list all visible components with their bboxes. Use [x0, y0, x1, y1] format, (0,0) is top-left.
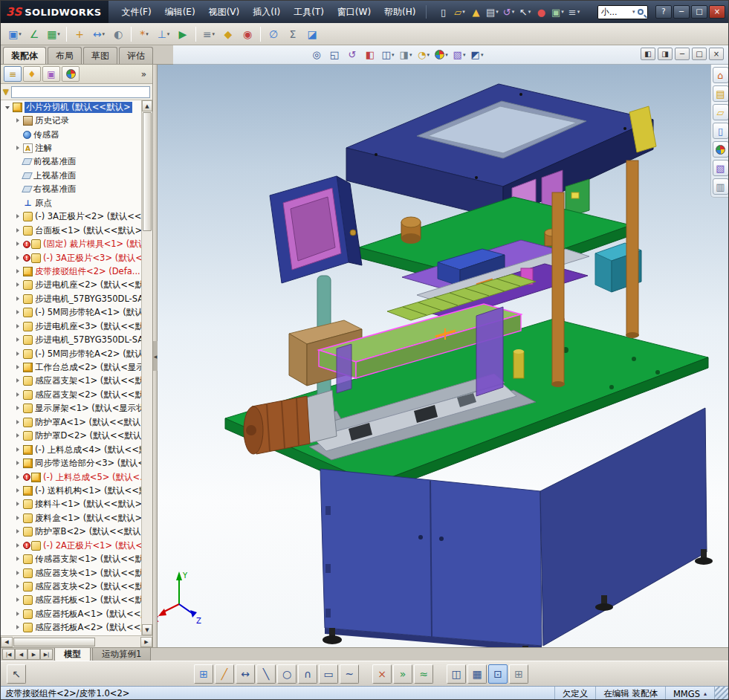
reference-geometry-button[interactable]: ⊥▾ — [154, 25, 173, 43]
monitor-group[interactable] — [270, 176, 362, 283]
expand-arrow-icon[interactable] — [14, 350, 22, 358]
tree-item[interactable]: !(固定) 裁片模具<1> (默认... — [1, 237, 141, 250]
tree-item[interactable]: 传感器支架<1> (默认<<默... — [1, 552, 141, 565]
expand-arrow-icon[interactable] — [14, 363, 22, 372]
expand-arrow-icon[interactable] — [14, 583, 22, 591]
section-view-button[interactable]: ◧ — [362, 48, 378, 62]
tree-item[interactable]: 防护罩A<1> (默认<<默认>... — [1, 415, 141, 429]
tree-item[interactable]: 右视基准面 — [1, 183, 141, 196]
options-button[interactable]: ▣▾ — [549, 4, 566, 20]
print-button[interactable]: ▤▾ — [484, 4, 500, 20]
restore-document-button[interactable]: □ — [692, 48, 707, 60]
expand-arrow-icon[interactable] — [4, 103, 12, 111]
solidworks-resources-tab[interactable]: ⌂ — [713, 67, 729, 83]
display-manager-tab[interactable] — [62, 66, 80, 82]
tab-nav-button-0[interactable]: |◀ — [2, 649, 15, 660]
select-button[interactable]: ↖▾ — [516, 4, 533, 20]
tree-item[interactable]: 历史记录 — [1, 114, 141, 127]
close-button[interactable]: × — [709, 5, 725, 19]
spline-button[interactable]: ~ — [340, 664, 359, 684]
menu-item-1[interactable]: 编辑(E) — [158, 1, 202, 23]
normal-to-view-button[interactable]: ⊡ — [488, 664, 508, 684]
select-arrow-button[interactable]: ↖ — [7, 664, 26, 684]
smart-fasteners-button[interactable]: + — [70, 25, 89, 43]
tree-item[interactable]: 感应器支块<1> (默认<<默... — [1, 566, 141, 580]
tree-item[interactable]: 同步带送给部分<3> (默认<... — [1, 456, 141, 470]
expand-arrow-icon[interactable] — [14, 555, 22, 563]
tree-item[interactable]: 接料斗<1> (默认<<默认>... — [1, 498, 141, 511]
tree-item[interactable]: (-) 5M同步带轮A<2> (默认<... — [1, 347, 141, 360]
linear-component-pattern-button[interactable]: ▦▾ — [44, 25, 63, 43]
apply-scene-button[interactable]: ▧▾ — [451, 48, 467, 62]
new-document-button[interactable]: ▯ — [435, 4, 451, 20]
tab-nav-button-2[interactable]: ▶ — [27, 649, 40, 660]
expand-arrow-icon[interactable] — [14, 610, 22, 618]
tree-item[interactable]: 皮带接驳组件<2> (Defa... — [1, 265, 141, 278]
expand-arrow-icon[interactable] — [14, 500, 22, 508]
rectangle-button[interactable]: ▭ — [319, 664, 338, 684]
expand-arrow-icon[interactable] — [14, 542, 22, 550]
design-library-tab[interactable]: ▤ — [713, 85, 729, 102]
expand-arrow-icon[interactable] — [14, 514, 22, 522]
expand-arrow-icon[interactable] — [14, 487, 22, 495]
tree-item[interactable]: (-) 上料总成<4> (默认<<默... — [1, 443, 141, 456]
scrollbar-thumb[interactable] — [143, 112, 152, 231]
expand-arrow-icon[interactable] — [14, 281, 22, 289]
expand-arrow-icon[interactable] — [14, 446, 22, 454]
assembly-features-button[interactable]: *▾ — [135, 25, 154, 43]
open-document-button[interactable]: ▱▾ — [451, 4, 467, 20]
units-selector[interactable]: MMGS▴ — [665, 687, 714, 700]
zoom-to-fit-button[interactable]: ◎ — [308, 48, 325, 62]
expand-arrow-icon[interactable] — [14, 254, 22, 262]
section-properties-button[interactable]: ◪ — [302, 25, 322, 43]
restore-button[interactable]: □ — [691, 5, 707, 19]
arc-button[interactable]: ∩ — [298, 664, 317, 684]
smart-dimension-button[interactable]: ↔ — [236, 664, 255, 684]
expand-arrow-icon[interactable] — [14, 473, 22, 482]
tree-item[interactable]: 防护罩D<2> (默认<<默认>... — [1, 430, 141, 443]
expand-arrow-icon[interactable] — [14, 240, 22, 248]
sketch-button[interactable]: ╱ — [215, 664, 234, 684]
undo-button[interactable]: ↺▾ — [500, 4, 516, 20]
tab-装配体[interactable]: 装配体 — [3, 47, 46, 64]
scroll-down-icon[interactable]: ▼ — [142, 624, 152, 635]
view-palette-tab[interactable]: ▯ — [713, 123, 729, 139]
tree-item[interactable]: 感应器托板A<1> (默认<<默... — [1, 607, 141, 620]
measure-button[interactable]: ∅ — [264, 25, 283, 43]
tree-item[interactable]: 废料盒<1> (默认<<默认>... — [1, 511, 141, 525]
search-input[interactable] — [601, 7, 632, 17]
tree-item[interactable]: 感应器支架<1> (默认<<默... — [1, 375, 141, 388]
tree-item[interactable]: 步进电机_57BYG350DL-SASS... — [1, 333, 141, 346]
expand-arrow-icon[interactable] — [14, 336, 22, 344]
expand-arrow-icon[interactable] — [14, 623, 22, 632]
tree-item[interactable]: 显示屏架<1> (默认<显示状... — [1, 402, 141, 415]
display-style-button[interactable]: ◨▾ — [398, 48, 414, 62]
configuration-manager-tab[interactable]: ▣ — [42, 66, 60, 82]
assembly-model[interactable]: Y X Z — [158, 65, 729, 647]
tab-草图[interactable]: 草图 — [83, 47, 117, 64]
menu-item-5[interactable]: 窗口(W) — [331, 1, 378, 23]
tree-item[interactable]: 小片分切机 (默认<<默认> — [1, 100, 141, 114]
tree-item[interactable]: A注解 — [1, 141, 141, 155]
minimize-button[interactable]: ─ — [673, 5, 690, 19]
expand-arrow-icon[interactable] — [14, 377, 22, 385]
expand-arrow-icon[interactable] — [14, 596, 22, 604]
tree-item[interactable]: 步进电机座<3> (默认<<默... — [1, 320, 141, 333]
panel-overflow-button[interactable]: » — [135, 69, 152, 80]
edit-appearance-button[interactable]: ▾ — [433, 48, 450, 62]
resize-grip[interactable] — [714, 687, 729, 700]
tree-item[interactable]: 感应器支块<2> (默认<<默... — [1, 580, 141, 593]
menu-item-4[interactable]: 工具(T) — [287, 1, 331, 23]
expand-arrow-icon[interactable] — [14, 418, 22, 427]
expand-arrow-icon[interactable] — [14, 459, 22, 467]
tab-评估[interactable]: 评估 — [119, 47, 153, 64]
menu-item-3[interactable]: 插入(I) — [246, 1, 287, 23]
tree-item[interactable]: 步进电机座<2> (默认<<默... — [1, 279, 141, 292]
tree-item[interactable]: 传感器 — [1, 128, 141, 141]
tree-vertical-scrollbar[interactable]: ▲ ▼ — [141, 100, 152, 635]
new-motion-study-button[interactable]: ▶ — [173, 25, 192, 43]
tab-nav-button-3[interactable]: ▶| — [40, 649, 53, 660]
scroll-left-icon[interactable]: ◀ — [1, 637, 13, 647]
menu-item-2[interactable]: 视图(V) — [202, 1, 247, 23]
tree-item[interactable]: !(-) 上料总成<5> (默认<... — [1, 470, 141, 484]
